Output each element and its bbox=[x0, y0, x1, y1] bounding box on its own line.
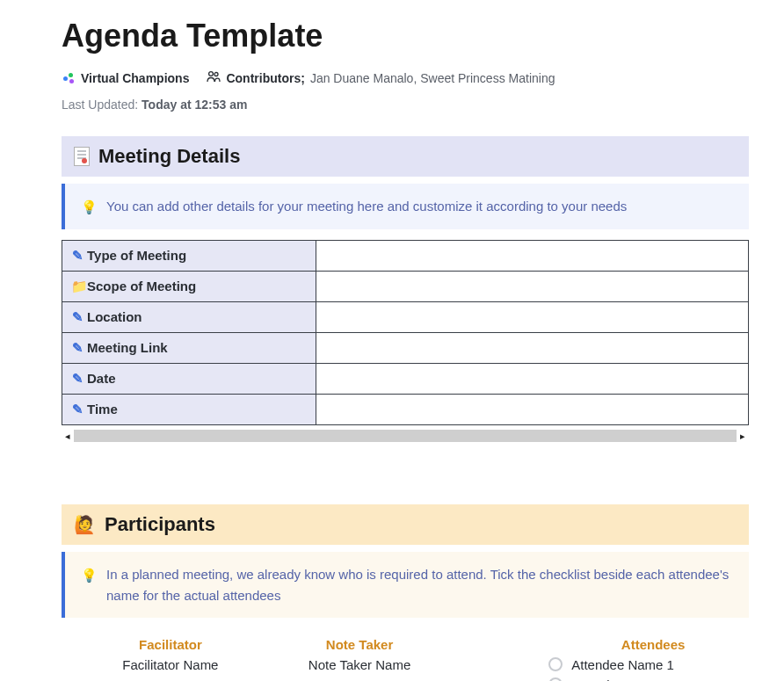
scroll-left-icon[interactable]: ◂ bbox=[62, 431, 74, 442]
row-label[interactable]: ✎Date bbox=[62, 364, 316, 395]
page-title: Agenda Template bbox=[62, 18, 749, 54]
table-row: ✎Meeting Link bbox=[62, 333, 749, 364]
team-name: Virtual Champions bbox=[81, 71, 189, 85]
section-heading: Participants bbox=[105, 513, 215, 536]
row-value[interactable] bbox=[316, 302, 748, 333]
svg-point-1 bbox=[214, 73, 218, 76]
table-row: ✎Type of Meeting bbox=[62, 241, 749, 272]
table-row: ✎Location bbox=[62, 302, 749, 333]
svg-point-0 bbox=[209, 72, 214, 76]
row-value[interactable] bbox=[316, 241, 748, 272]
contributors[interactable]: Contributors; Jan Duane Manalo, Sweet Pr… bbox=[207, 70, 555, 85]
document-icon bbox=[74, 147, 90, 166]
pencil-icon: ✎ bbox=[71, 402, 83, 417]
team-badge[interactable]: Virtual Champions bbox=[62, 71, 189, 85]
attendees-column: Attendees Attendee Name 1 Attendee Name … bbox=[548, 637, 731, 681]
note-taker-column: Note Taker Note Taker Name bbox=[262, 637, 458, 681]
attendee-checkbox[interactable] bbox=[548, 657, 563, 671]
table-row: ✎Time bbox=[62, 395, 749, 425]
row-label[interactable]: ✎Type of Meeting bbox=[62, 241, 316, 272]
scroll-right-icon[interactable]: ▸ bbox=[737, 431, 749, 442]
callout-text: In a planned meeting, we already know wh… bbox=[106, 564, 733, 605]
table-row: 📁Scope of Meeting bbox=[62, 272, 749, 302]
attendee-name[interactable]: Attendee Name 2 bbox=[571, 677, 674, 681]
contributors-label: Contributors; bbox=[226, 71, 304, 85]
facilitator-name[interactable]: Facilitator Name bbox=[122, 657, 218, 672]
attendee-name[interactable]: Attendee Name 1 bbox=[571, 657, 674, 672]
callout-participants: 💡 In a planned meeting, we already know … bbox=[62, 552, 749, 618]
last-updated: Last Updated: Today at 12:53 am bbox=[62, 98, 749, 112]
role-label-facilitator: Facilitator bbox=[139, 637, 202, 652]
folder-icon: 📁 bbox=[71, 279, 83, 294]
horizontal-scrollbar[interactable]: ◂ ▸ bbox=[62, 429, 749, 443]
row-value[interactable] bbox=[316, 395, 748, 425]
table-row: ✎Date bbox=[62, 364, 749, 395]
row-value[interactable] bbox=[316, 364, 748, 395]
lightbulb-icon: 💡 bbox=[81, 197, 98, 217]
row-label[interactable]: ✎Meeting Link bbox=[62, 333, 316, 364]
row-value[interactable] bbox=[316, 333, 748, 364]
row-label[interactable]: ✎Time bbox=[62, 395, 316, 425]
role-label-attendees: Attendees bbox=[621, 637, 686, 652]
pencil-icon: ✎ bbox=[71, 371, 83, 387]
scroll-track[interactable] bbox=[74, 430, 737, 442]
callout-meeting-details: 💡 You can add other details for your mee… bbox=[62, 184, 749, 229]
meta-row: Virtual Champions Contributors; Jan Duan… bbox=[62, 70, 749, 85]
lightbulb-icon: 💡 bbox=[81, 565, 98, 585]
note-taker-name[interactable]: Note Taker Name bbox=[309, 657, 410, 672]
attendee-item: Attendee Name 1 bbox=[548, 657, 674, 672]
row-value[interactable] bbox=[316, 272, 748, 302]
people-icon bbox=[207, 70, 221, 85]
raise-hand-icon: 🙋 bbox=[74, 514, 96, 535]
meeting-details-table: ✎Type of Meeting 📁Scope of Meeting ✎Loca… bbox=[62, 240, 749, 425]
section-header-participants: 🙋 Participants bbox=[62, 504, 749, 545]
pencil-icon: ✎ bbox=[71, 340, 83, 356]
section-heading: Meeting Details bbox=[98, 145, 240, 168]
pencil-icon: ✎ bbox=[71, 309, 83, 325]
attendee-item: Attendee Name 2 bbox=[548, 677, 674, 681]
role-label-note-taker: Note Taker bbox=[326, 637, 393, 652]
row-label[interactable]: 📁Scope of Meeting bbox=[62, 272, 316, 302]
row-label[interactable]: ✎Location bbox=[62, 302, 316, 333]
attendee-checkbox[interactable] bbox=[548, 677, 563, 681]
section-header-meeting-details: Meeting Details bbox=[62, 136, 749, 177]
contributors-names: Jan Duane Manalo, Sweet Princess Matinin… bbox=[310, 71, 555, 85]
team-icon bbox=[62, 71, 76, 85]
pencil-icon: ✎ bbox=[71, 248, 83, 264]
participants-roles: Facilitator Facilitator Name Note Taker … bbox=[62, 628, 749, 681]
facilitator-column: Facilitator Facilitator Name bbox=[79, 637, 262, 681]
callout-text: You can add other details for your meeti… bbox=[106, 196, 627, 216]
